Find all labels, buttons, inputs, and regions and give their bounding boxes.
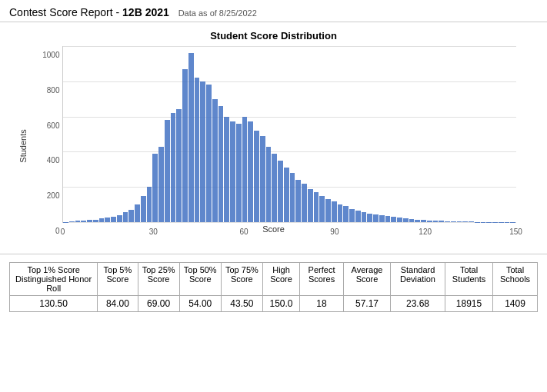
stats-value-cell: 84.00 — [98, 296, 138, 312]
bar — [349, 209, 355, 222]
bar — [230, 121, 235, 222]
bar — [325, 199, 331, 222]
stats-header-row: Top 1% Score Distinguished Honor RollTop… — [10, 263, 538, 296]
chart-section: Student Score Distribution Students 1000… — [0, 22, 547, 254]
bar — [206, 85, 212, 222]
bar — [242, 117, 248, 222]
stats-header-cell: Top 50% Score — [179, 263, 221, 296]
bar — [367, 214, 372, 222]
stats-value-cell: 18915 — [445, 296, 492, 312]
bar — [457, 221, 462, 222]
y-tick-label: 0 — [55, 227, 60, 235]
bar — [469, 221, 474, 222]
bar — [338, 204, 343, 222]
x-tick-label: 0 — [61, 228, 65, 236]
bar — [332, 201, 337, 222]
bars-container — [63, 46, 516, 222]
stats-header-cell: Perfect Scores — [300, 263, 344, 296]
stats-value-cell: 23.68 — [391, 296, 445, 312]
bar — [295, 180, 301, 222]
title-prefix: Contest Score Report - — [9, 6, 119, 18]
bar — [182, 69, 188, 222]
stats-header-cell: Top 1% Score Distinguished Honor Roll — [10, 263, 98, 296]
bar — [75, 221, 81, 222]
y-tick-label: 200 — [47, 191, 60, 200]
chart-plot-area: 10008006004002000 0306090120150 — [62, 46, 516, 223]
bar — [176, 109, 182, 222]
bar — [343, 206, 349, 222]
contest-name: 12B 2021 — [122, 6, 169, 18]
bar — [385, 216, 391, 222]
bar — [147, 187, 152, 222]
bar — [188, 53, 194, 222]
x-tick-label: 120 — [419, 228, 432, 236]
stats-header-cell: Top 5% Score — [98, 263, 138, 296]
bar — [117, 215, 122, 222]
bar — [278, 161, 283, 222]
stats-value-cell: 43.50 — [221, 296, 262, 312]
bar — [397, 218, 402, 222]
y-axis-label: Students — [18, 129, 27, 162]
stats-value-cell: 130.50 — [10, 296, 98, 312]
bar — [195, 78, 200, 222]
bar — [319, 196, 325, 222]
x-tick-label: 30 — [149, 228, 158, 236]
y-tick-label: 600 — [47, 121, 60, 129]
stats-header-cell: Top 75% Score — [221, 263, 262, 296]
stats-header-cell: Total Schools — [493, 263, 538, 296]
bar — [99, 218, 105, 222]
bar — [93, 220, 98, 222]
stats-table: Top 1% Score Distinguished Honor RollTop… — [9, 262, 538, 312]
stats-value-cell: 54.00 — [179, 296, 221, 312]
stats-value-cell: 69.00 — [138, 296, 179, 312]
bar — [362, 212, 367, 222]
bar — [439, 221, 444, 222]
stats-header-cell: Standard Deviation — [391, 263, 445, 296]
bar — [236, 124, 242, 222]
stats-header-cell: Average Score — [343, 263, 390, 296]
stats-value-cell: 18 — [300, 296, 344, 312]
bar — [445, 221, 450, 222]
bar — [111, 217, 116, 222]
bar — [224, 117, 229, 222]
bar — [200, 81, 205, 222]
bar — [314, 192, 319, 222]
bar — [135, 204, 140, 222]
bar — [302, 184, 307, 222]
bar — [391, 217, 396, 222]
x-axis-label: Score — [28, 224, 520, 234]
bar — [218, 106, 224, 222]
stats-section: Top 1% Score Distinguished Honor RollTop… — [0, 254, 547, 320]
bar — [87, 220, 92, 222]
bar — [308, 189, 313, 223]
stats-value-cell: 57.17 — [343, 296, 390, 312]
bar — [248, 121, 253, 222]
y-tick-label: 400 — [47, 156, 60, 164]
grid-line — [63, 222, 516, 223]
bar — [409, 219, 415, 222]
chart-container: Students 10008006004002000 0306090120150… — [28, 46, 520, 246]
stats-value-cell: 150.0 — [262, 296, 299, 312]
bar — [403, 218, 409, 222]
bar — [171, 113, 176, 222]
stats-value-row: 130.5084.0069.0054.0043.50150.01857.1723… — [10, 296, 538, 312]
stats-header-cell: High Score — [262, 263, 299, 296]
bar — [427, 221, 432, 222]
bar — [266, 147, 272, 222]
bar — [81, 221, 86, 222]
y-tick-label: 800 — [47, 85, 60, 94]
stats-header-cell: Top 25% Score — [138, 263, 179, 296]
x-tick-label: 60 — [240, 228, 248, 236]
bar — [260, 136, 265, 222]
bar — [158, 147, 164, 222]
bar — [141, 196, 146, 222]
bar — [355, 211, 361, 222]
bar — [69, 221, 75, 222]
bar — [152, 154, 158, 222]
y-tick-label: 1000 — [42, 51, 59, 59]
bar — [105, 218, 110, 222]
bar — [272, 154, 277, 222]
bar — [451, 221, 456, 222]
bar — [212, 99, 218, 222]
x-tick-label: 90 — [330, 228, 339, 236]
